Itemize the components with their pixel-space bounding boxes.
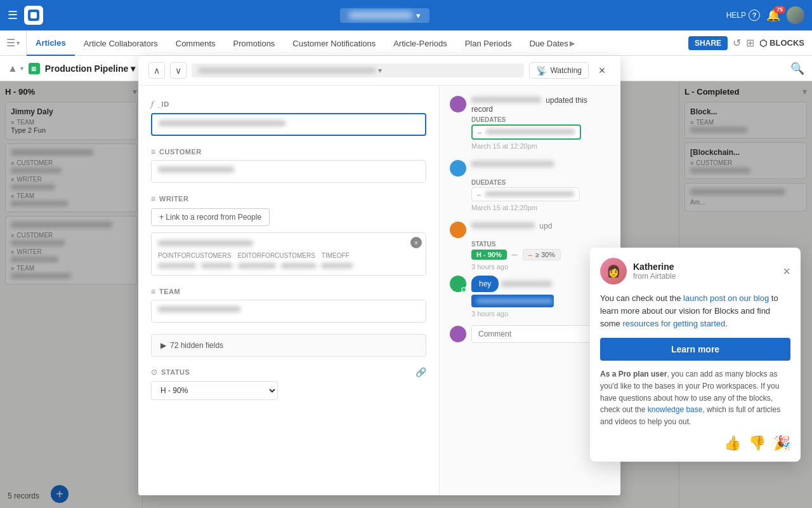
comment-input[interactable] — [478, 330, 603, 338]
tag-editorforcustomers: EDITORFORCUSTOMERS — [237, 252, 315, 259]
tab-article-periods[interactable]: Article-Periods — [384, 30, 456, 56]
linked-record-card[interactable]: × POINTFORCUSTOMERS EDITORFORCUSTOMERS T… — [151, 232, 426, 276]
tab-customer-notifications[interactable]: Customer Notifications — [284, 30, 384, 56]
pipeline-title[interactable]: Production Pipeline ▾ — [45, 64, 135, 74]
knowledge-base-link[interactable]: knowledge base — [648, 405, 703, 414]
notification-badge: 75 — [774, 6, 785, 13]
modal-breadcrumb: ▾ — [192, 64, 524, 77]
id-field-group: 𝑓 _ID — [151, 98, 426, 136]
katherine-company: from Airtable — [633, 272, 676, 281]
record-modal: ∧ ∨ ▾ 📡 Watching × 𝑓 _ID — [138, 56, 620, 495]
blocks-button[interactable]: ⬡ BLOCKS — [759, 38, 804, 48]
activity-field-value-normal: – — [471, 187, 580, 201]
activity-item: updated this record DUEDATES – March 15 … — [450, 96, 610, 150]
reaction-row: 👍 👎 🎉 — [600, 435, 790, 451]
share-button[interactable]: SHARE — [688, 36, 728, 50]
hamburger-icon[interactable]: ☰ — [8, 8, 18, 22]
id-field-input[interactable] — [151, 113, 426, 136]
thumbs-down-reaction[interactable]: 👎 — [749, 435, 766, 451]
status-badge-h90: H - 90% — [471, 250, 507, 260]
activity-field-value-green: – — [471, 124, 581, 140]
status-badge-pct: – ≥ 30% — [523, 249, 561, 260]
status-link-icon[interactable]: 🔗 — [416, 367, 426, 377]
tab-articles[interactable]: Articles — [27, 30, 75, 56]
activity-item: DUEDATES – March 15 at 12:20pm — [450, 160, 610, 211]
activity-timestamp1: March 15 at 12:20pm — [471, 142, 610, 150]
activity-chat-continuation — [471, 295, 554, 307]
tab-article-collaborators[interactable]: Article Collaborators — [75, 30, 167, 56]
team-field-icon: ≡ — [151, 287, 155, 296]
watching-button[interactable]: 📡 Watching — [529, 62, 589, 79]
activity-avatar-4 — [450, 276, 466, 292]
tag-timeoff: TIMEOFF — [322, 252, 350, 259]
help-label: HELP — [726, 11, 746, 20]
customer-field-icon: ≡ — [151, 147, 155, 156]
party-reaction[interactable]: 🎉 — [773, 435, 790, 451]
pipeline-icon: ▦ — [29, 63, 40, 74]
activity-avatar-3 — [450, 222, 466, 238]
resources-link[interactable]: resources for getting started — [622, 319, 725, 328]
writer-field-label: WRITER — [159, 195, 188, 203]
learn-more-button[interactable]: Learn more — [600, 338, 790, 361]
team-field-input[interactable] — [151, 300, 426, 323]
linked-record-close-button[interactable]: × — [410, 237, 422, 248]
modal-close-button[interactable]: × — [594, 62, 610, 79]
writer-field-group: ≡ WRITER + Link to a record from People … — [151, 194, 426, 276]
activity-updated-text2: upd — [539, 222, 552, 231]
search-icon[interactable]: 🔍 — [790, 62, 804, 76]
grid-icon[interactable]: ⊞ — [746, 37, 754, 49]
app-logo — [24, 6, 43, 25]
hidden-fields-toggle[interactable]: ▶ 72 hidden fields — [151, 334, 426, 357]
chat-bubble: hey — [471, 276, 499, 292]
view-toggle[interactable]: ▲ ▾ — [8, 63, 23, 74]
tab-promotions[interactable]: Promotions — [225, 30, 284, 56]
katherine-main-text: You can check out the launch post on our… — [600, 292, 790, 330]
customer-field-input[interactable] — [151, 160, 426, 183]
katherine-pro-text: As a Pro plan user, you can add as many … — [600, 368, 790, 427]
comment-avatar — [450, 326, 466, 342]
base-name[interactable]: ▾ — [340, 8, 429, 23]
status-field-icon: ⊙ — [151, 368, 157, 377]
blog-link[interactable]: launch post on our blog — [683, 293, 769, 303]
user-avatar[interactable] — [787, 6, 804, 24]
status-select[interactable]: H - 90%L - CompletedIn ProgressDraft — [151, 381, 278, 400]
activity-timestamp2: March 15 at 12:20pm — [471, 204, 610, 211]
id-field-label: _ID — [157, 100, 169, 108]
katherine-close-button[interactable]: × — [783, 265, 790, 277]
writer-field-icon: ≡ — [151, 194, 155, 203]
customer-field-group: ≡ CUSTOMER — [151, 147, 426, 183]
history-icon[interactable]: ↺ — [733, 37, 741, 49]
activity-status-label: STATUS — [471, 241, 610, 248]
link-people-button[interactable]: + Link to a record from People — [151, 208, 270, 226]
activity-duedates-label2: DUEDATES — [471, 179, 610, 186]
fields-panel: 𝑓 _ID ≡ CUSTOMER ≡ — [138, 86, 440, 495]
tab-plan-periods[interactable]: Plan Periods — [456, 30, 521, 56]
id-field-icon: 𝑓 — [151, 98, 154, 109]
team-field-group: ≡ TEAM — [151, 287, 426, 323]
activity-duedates-label1: DUEDATES — [471, 116, 610, 123]
modal-next-button[interactable]: ∨ — [170, 62, 187, 79]
thumbs-up-reaction[interactable]: 👍 — [724, 435, 741, 451]
katherine-name: Katherine — [633, 262, 676, 272]
tag-pointforcustomers: POINTFORCUSTOMERS — [158, 252, 231, 259]
activity-item-status: upd STATUS H - 90% – – ≥ 30% 3 hours ago — [450, 222, 610, 318]
modal-prev-button[interactable]: ∧ — [148, 62, 165, 79]
katherine-popup: 👩 Katherine from Airtable × You can chec… — [590, 248, 801, 462]
katherine-avatar: 👩 — [600, 258, 627, 284]
tab-due-dates[interactable]: Due Dates ▶ — [520, 30, 583, 56]
status-field-group: ⊙ STATUS 🔗 H - 90%L - CompletedIn Progre… — [151, 367, 426, 400]
activity-avatar — [450, 96, 466, 112]
status-field-label: STATUS — [161, 368, 190, 376]
notification-bell[interactable]: 🔔 75 — [766, 8, 780, 22]
customer-field-label: CUSTOMER — [159, 148, 202, 156]
tab-comments[interactable]: Comments — [167, 30, 225, 56]
activity-avatar-2 — [450, 160, 466, 177]
help-button[interactable]: HELP ? — [726, 10, 760, 21]
sidebar-toggle[interactable]: ☰ ▾ — [0, 30, 27, 55]
team-field-label: TEAM — [159, 288, 180, 295]
